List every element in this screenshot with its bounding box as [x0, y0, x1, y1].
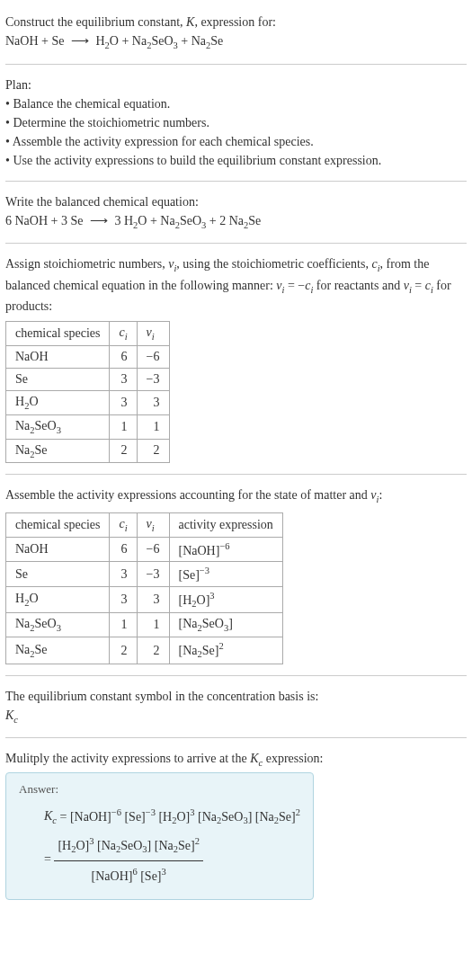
cell-c: 1 [110, 613, 137, 637]
divider [5, 64, 467, 65]
symbol-text: The equilibrium constant symbol in the c… [5, 687, 467, 706]
cell-c: 1 [110, 414, 137, 439]
cell-c: 6 [110, 537, 137, 562]
table-row: Na2Se 2 2 [6, 439, 170, 463]
table-header-row: chemical species ci νi [6, 322, 170, 346]
divider [5, 737, 467, 738]
cell-species: NaOH [6, 345, 110, 368]
th-vi: νi [137, 322, 169, 346]
cell-species: Na2SeO3 [6, 414, 110, 439]
cell-species: Se [6, 562, 110, 587]
cell-v: −3 [137, 562, 169, 587]
cell-v: −3 [137, 368, 169, 390]
cell-species: Na2Se [6, 439, 110, 463]
cell-c: 3 [110, 368, 137, 390]
assemble-text: Assemble the activity expressions accoun… [5, 486, 467, 507]
cell-v: 2 [137, 439, 169, 463]
table-row: Se 3 −3 [6, 368, 170, 390]
plan-header: Plan: [5, 76, 467, 94]
divider [5, 243, 467, 244]
assign-text: Assign stoichiometric numbers, νi, using… [5, 254, 467, 316]
balanced-equation: 6 NaOH + 3 Se ⟶ 3 H2O + Na2SeO3 + 2 Na2S… [5, 211, 467, 233]
balanced-section: Write the balanced chemical equation: 6 … [5, 185, 467, 240]
intro-equation: NaOH + Se ⟶ H2O + Na2SeO3 + Na2Se [5, 31, 467, 53]
plan-item: • Balance the chemical equation. [5, 94, 467, 113]
answer-line1: Kc = [NaOH]−6 [Se]−3 [H2O]3 [Na2SeO3] [N… [19, 802, 300, 832]
table-row: NaOH 6 −6 [6, 345, 170, 368]
intro-text: Construct the equilibrium constant, K, e… [5, 13, 467, 31]
cell-v: 3 [137, 587, 169, 613]
table-row: H2O 3 3 [6, 390, 170, 414]
cell-v: −6 [137, 537, 169, 562]
cell-species: H2O [6, 390, 110, 414]
cell-species: NaOH [6, 537, 110, 562]
cell-v: −6 [137, 345, 169, 368]
cell-species: Na2Se [6, 637, 110, 664]
cell-c: 3 [110, 390, 137, 414]
table-row: NaOH 6 −6 [NaOH]−6 [6, 537, 283, 562]
intro-section: Construct the equilibrium constant, K, e… [5, 5, 467, 60]
divider [5, 474, 467, 475]
assign-section: Assign stoichiometric numbers, νi, using… [5, 247, 467, 470]
multiply-section: Mulitply the activity expressions to arr… [5, 742, 467, 907]
symbol-section: The equilibrium constant symbol in the c… [5, 680, 467, 735]
cell-v: 3 [137, 390, 169, 414]
cell-c: 6 [110, 345, 137, 368]
balanced-header: Write the balanced chemical equation: [5, 192, 467, 211]
answer-box: Answer: Kc = [NaOH]−6 [Se]−3 [H2O]3 [Na2… [5, 772, 314, 901]
activity-table: chemical species ci νi activity expressi… [5, 512, 283, 664]
th-expr: activity expression [169, 512, 282, 537]
th-species: chemical species [6, 512, 110, 537]
cell-c: 2 [110, 637, 137, 664]
th-ci: ci [110, 512, 137, 537]
stoich-table: chemical species ci νi NaOH 6 −6 Se 3 −3… [5, 321, 170, 463]
th-vi: νi [137, 512, 169, 537]
table-row: Se 3 −3 [Se]−3 [6, 562, 283, 587]
cell-v: 2 [137, 637, 169, 664]
cell-expr: [Se]−3 [169, 562, 282, 587]
plan-item: • Use the activity expressions to build … [5, 151, 467, 170]
th-ci: ci [110, 322, 137, 346]
cell-species: Se [6, 368, 110, 390]
divider [5, 181, 467, 182]
table-row: Na2SeO3 1 1 [Na2SeO3] [6, 613, 283, 637]
cell-c: 3 [110, 562, 137, 587]
fraction: [H2O]3 [Na2SeO3] [Na2Se]2 [NaOH]6 [Se]3 [54, 831, 203, 890]
cell-expr: [Na2Se]2 [169, 637, 282, 664]
table-row: Na2Se 2 2 [Na2Se]2 [6, 637, 283, 664]
table-header-row: chemical species ci νi activity expressi… [6, 512, 283, 537]
table-row: Na2SeO3 1 1 [6, 414, 170, 439]
cell-expr: [Na2SeO3] [169, 613, 282, 637]
cell-species: Na2SeO3 [6, 613, 110, 637]
multiply-text: Mulitply the activity expressions to arr… [5, 749, 467, 771]
assemble-section: Assemble the activity expressions accoun… [5, 478, 467, 671]
fraction-numerator: [H2O]3 [Na2SeO3] [Na2Se]2 [54, 831, 203, 861]
plan-section: Plan: • Balance the chemical equation. •… [5, 68, 467, 177]
cell-v: 1 [137, 613, 169, 637]
plan-item: • Determine the stoichiometric numbers. [5, 113, 467, 132]
divider [5, 675, 467, 676]
cell-species: H2O [6, 587, 110, 613]
cell-v: 1 [137, 414, 169, 439]
plan-item: • Assemble the activity expression for e… [5, 132, 467, 151]
fraction-denominator: [NaOH]6 [Se]3 [54, 861, 203, 890]
cell-expr: [NaOH]−6 [169, 537, 282, 562]
cell-expr: [H2O]3 [169, 587, 282, 613]
answer-label: Answer: [19, 782, 300, 797]
answer-line2: = [H2O]3 [Na2SeO3] [Na2Se]2 [NaOH]6 [Se]… [19, 831, 300, 890]
table-row: H2O 3 3 [H2O]3 [6, 587, 283, 613]
cell-c: 3 [110, 587, 137, 613]
th-species: chemical species [6, 322, 110, 346]
cell-c: 2 [110, 439, 137, 463]
symbol-kc: Kc [5, 706, 467, 727]
